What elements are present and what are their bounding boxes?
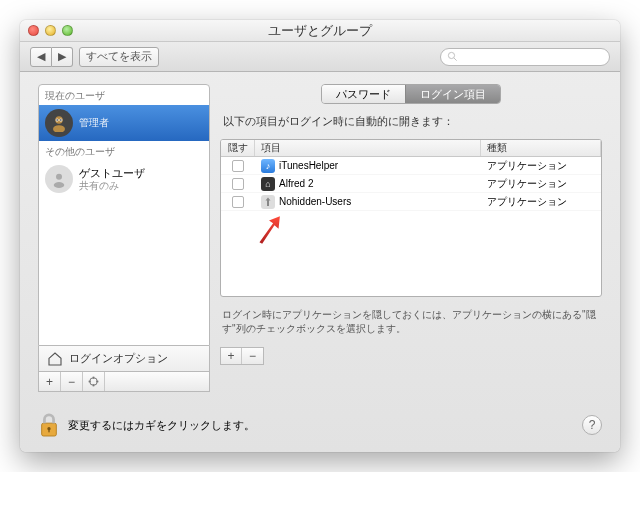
app-icon: ⌂ <box>261 177 275 191</box>
add-user-button[interactable]: + <box>39 372 61 391</box>
hide-checkbox[interactable] <box>232 196 244 208</box>
other-users-heading: その他のユーザ <box>39 141 209 161</box>
svg-rect-13 <box>89 381 91 383</box>
svg-point-0 <box>448 52 454 58</box>
lock-icon[interactable] <box>38 412 60 438</box>
user-row-guest[interactable]: ゲストユーザ 共有のみ <box>39 161 209 197</box>
back-button[interactable]: ◀ <box>30 47 52 67</box>
login-items-add-remove: + − <box>220 347 264 365</box>
item-name: Nohidden-Users <box>279 196 351 207</box>
item-kind: アプリケーション <box>481 159 601 173</box>
remove-user-button[interactable]: − <box>61 372 83 391</box>
search-input[interactable] <box>462 51 603 63</box>
user-name: ゲストユーザ <box>79 167 145 180</box>
nav-buttons: ◀ ▶ <box>30 47 73 67</box>
svg-point-3 <box>53 125 65 132</box>
column-item[interactable]: 項目 <box>255 140 481 156</box>
hide-checkbox[interactable] <box>232 178 244 190</box>
user-role: 共有のみ <box>79 180 145 192</box>
column-hide[interactable]: 隠す <box>221 140 255 156</box>
svg-point-6 <box>56 119 58 121</box>
login-options-button[interactable]: ログインオプション <box>38 346 210 372</box>
svg-point-10 <box>90 378 98 386</box>
login-items-message: 以下の項目がログイン時に自動的に開きます： <box>220 112 602 131</box>
user-list: 現在のユーザ 管理者 その他のユーザ ゲストユーザ <box>38 84 210 346</box>
avatar <box>45 165 73 193</box>
item-name: Alfred 2 <box>279 178 313 189</box>
preferences-window: ユーザとグループ ◀ ▶ すべてを表示 現在のユーザ 管理者 <box>20 20 620 452</box>
zoom-icon[interactable] <box>62 25 73 36</box>
table-row[interactable]: ♪ iTunesHelper アプリケーション <box>221 157 601 175</box>
show-all-button[interactable]: すべてを表示 <box>79 47 159 67</box>
remove-item-button[interactable]: − <box>242 348 263 364</box>
item-kind: アプリケーション <box>481 195 601 209</box>
hide-checkbox[interactable] <box>232 160 244 172</box>
annotation-arrow-icon <box>255 215 283 245</box>
svg-rect-14 <box>96 381 98 383</box>
column-kind[interactable]: 種類 <box>481 140 601 156</box>
house-icon <box>47 351 63 367</box>
avatar <box>45 109 73 137</box>
item-name: iTunesHelper <box>279 160 338 171</box>
footer: 変更するにはカギをクリックします。 ? <box>20 406 620 452</box>
search-icon <box>447 51 458 62</box>
toolbar: ◀ ▶ すべてを表示 <box>20 42 620 72</box>
close-icon[interactable] <box>28 25 39 36</box>
sidebar-add-remove: + − <box>38 372 210 392</box>
help-button[interactable]: ? <box>582 415 602 435</box>
actions-menu[interactable] <box>83 372 105 391</box>
app-icon: ♪ <box>261 159 275 173</box>
user-role: 管理者 <box>79 117 109 129</box>
window-title: ユーザとグループ <box>20 22 620 40</box>
titlebar: ユーザとグループ <box>20 20 620 42</box>
svg-point-9 <box>54 182 65 188</box>
item-kind: アプリケーション <box>481 177 601 191</box>
add-item-button[interactable]: + <box>221 348 242 364</box>
svg-point-7 <box>60 119 62 121</box>
user-row-admin[interactable]: 管理者 <box>39 105 209 141</box>
hint-text: ログイン時にアプリケーションを隠しておくには、アプリケーションの横にある"隠す"… <box>220 305 602 339</box>
window-controls <box>28 25 73 36</box>
table-row[interactable]: ⌂ Alfred 2 アプリケーション <box>221 175 601 193</box>
lock-message: 変更するにはカギをクリックします。 <box>68 418 255 433</box>
app-icon <box>261 195 275 209</box>
svg-rect-12 <box>93 384 95 386</box>
current-user-heading: 現在のユーザ <box>39 85 209 105</box>
svg-rect-17 <box>48 429 49 433</box>
svg-point-8 <box>56 174 62 180</box>
table-row[interactable]: Nohidden-Users アプリケーション <box>221 193 601 211</box>
sidebar: 現在のユーザ 管理者 その他のユーザ ゲストユーザ <box>38 84 210 392</box>
svg-line-1 <box>454 58 457 61</box>
tabs: パスワード ログイン項目 <box>220 84 602 104</box>
search-field[interactable] <box>440 48 610 66</box>
svg-rect-11 <box>93 377 95 379</box>
forward-button[interactable]: ▶ <box>52 47 73 67</box>
minimize-icon[interactable] <box>45 25 56 36</box>
login-items-table: 隠す 項目 種類 ♪ iTunesHelper アプリケーション ⌂ <box>220 139 602 297</box>
login-options-label: ログインオプション <box>69 351 168 366</box>
tab-password[interactable]: パスワード <box>322 85 405 103</box>
tab-login-items[interactable]: ログイン項目 <box>405 85 500 103</box>
